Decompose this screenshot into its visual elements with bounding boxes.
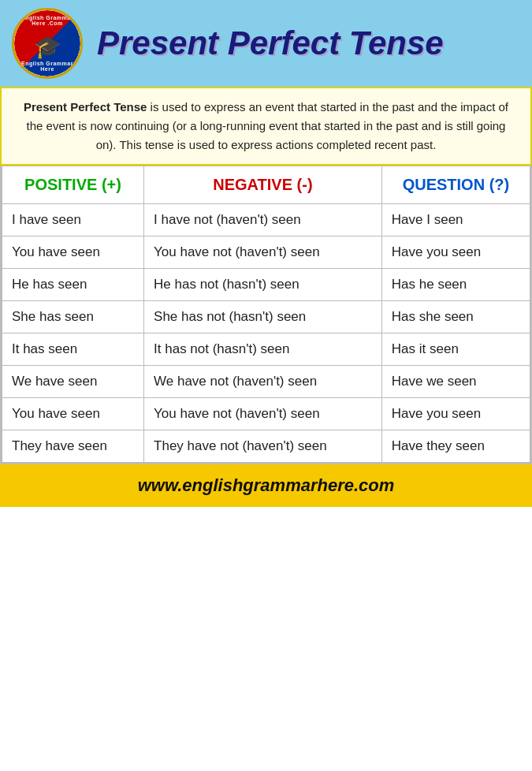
page-title: Present Perfect Tense bbox=[97, 25, 444, 61]
table-row: You have seenYou have not (haven't) seen… bbox=[2, 398, 530, 430]
table-row: It has seenIt has not (hasn't) seenHas i… bbox=[2, 333, 530, 366]
description-box: Present Perfect Tense is used to express… bbox=[0, 87, 532, 166]
cell-positive-5: We have seen bbox=[2, 366, 144, 398]
header-positive: POSITIVE (+) bbox=[2, 166, 144, 204]
table-row: I have seenI have not (haven't) seenHave… bbox=[2, 204, 530, 237]
header-negative: NEGATIVE (-) bbox=[144, 166, 382, 204]
header: English Grammar Here .Com 🎓 English Gram… bbox=[0, 0, 532, 87]
cell-positive-6: You have seen bbox=[2, 398, 144, 430]
cell-negative-6: You have not (haven't) seen bbox=[144, 398, 382, 430]
footer-url: www.englishgrammarhere.com bbox=[138, 475, 395, 495]
cell-question-1: Have you seen bbox=[381, 237, 530, 269]
cell-question-6: Have you seen bbox=[381, 398, 530, 430]
cell-positive-3: She has seen bbox=[2, 301, 144, 333]
tense-table-wrapper: POSITIVE (+) NEGATIVE (-) QUESTION (?) I… bbox=[0, 166, 532, 464]
cell-positive-7: They have seen bbox=[2, 430, 144, 463]
cell-question-0: Have I seen bbox=[381, 204, 530, 237]
cell-positive-2: He has seen bbox=[2, 269, 144, 301]
footer: www.englishgrammarhere.com bbox=[0, 464, 532, 507]
tense-table: POSITIVE (+) NEGATIVE (-) QUESTION (?) I… bbox=[2, 166, 530, 463]
cell-question-2: Has he seen bbox=[381, 269, 530, 301]
description-bold: Present Perfect Tense bbox=[24, 100, 147, 114]
table-header-row: POSITIVE (+) NEGATIVE (-) QUESTION (?) bbox=[2, 166, 530, 204]
table-row: We have seenWe have not (haven't) seenHa… bbox=[2, 366, 530, 398]
cell-negative-4: It has not (hasn't) seen bbox=[144, 333, 382, 366]
cell-positive-1: You have seen bbox=[2, 237, 144, 269]
cell-positive-0: I have seen bbox=[2, 204, 144, 237]
cell-negative-7: They have not (haven't) seen bbox=[144, 430, 382, 463]
table-row: You have seenYou have not (haven't) seen… bbox=[2, 237, 530, 269]
cell-question-3: Has she seen bbox=[381, 301, 530, 333]
header-question: QUESTION (?) bbox=[381, 166, 530, 204]
table-row: He has seenHe has not (hasn't) seenHas h… bbox=[2, 269, 530, 301]
table-row: They have seenThey have not (haven't) se… bbox=[2, 430, 530, 463]
cell-question-4: Has it seen bbox=[381, 333, 530, 366]
cell-negative-3: She has not (hasn't) seen bbox=[144, 301, 382, 333]
logo-text-top: English Grammar Here .Com bbox=[14, 15, 80, 26]
cell-negative-2: He has not (hasn't) seen bbox=[144, 269, 382, 301]
table-row: She has seenShe has not (hasn't) seenHas… bbox=[2, 301, 530, 333]
cell-negative-1: You have not (haven't) seen bbox=[144, 237, 382, 269]
logo-text-bottom: English Grammar Here bbox=[14, 61, 80, 72]
cell-positive-4: It has seen bbox=[2, 333, 144, 366]
cell-negative-5: We have not (haven't) seen bbox=[144, 366, 382, 398]
cell-question-7: Have they seen bbox=[381, 430, 530, 463]
cell-question-5: Have we seen bbox=[381, 366, 530, 398]
logo: English Grammar Here .Com 🎓 English Gram… bbox=[12, 8, 83, 79]
cell-negative-0: I have not (haven't) seen bbox=[144, 204, 382, 237]
